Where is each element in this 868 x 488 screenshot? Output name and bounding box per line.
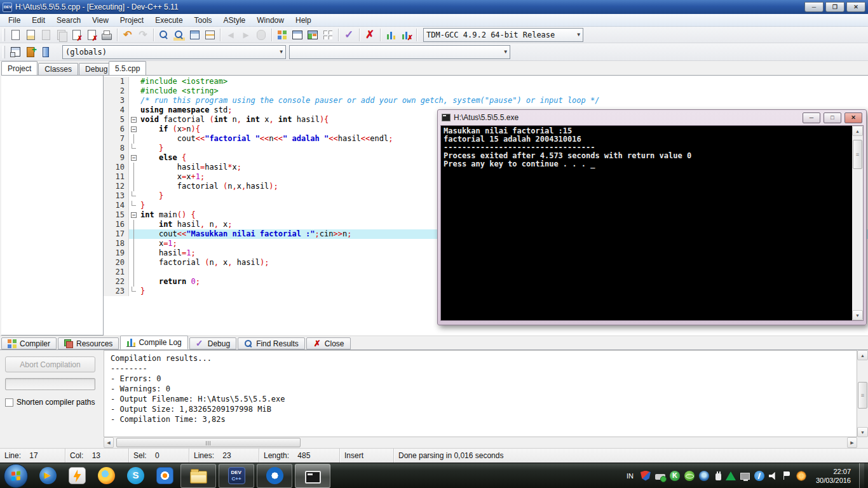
shield-icon[interactable]	[641, 471, 651, 481]
scroll-right-icon[interactable]: ▶	[847, 437, 857, 448]
monitor-icon[interactable]	[740, 473, 750, 480]
console-minimize-button[interactable]: ─	[803, 112, 820, 123]
fold-collapse-icon[interactable]: −	[131, 212, 137, 218]
menu-execute[interactable]: Execute	[149, 15, 188, 26]
fold-collapse-icon[interactable]: −	[131, 117, 137, 123]
tab-project[interactable]: Project	[1, 61, 37, 75]
abort-button[interactable]	[362, 28, 377, 42]
tab-find-results[interactable]: Find Results	[238, 337, 305, 349]
tab-compiler[interactable]: Compiler	[1, 337, 57, 349]
rebuild-button[interactable]	[320, 28, 336, 42]
show-desktop-button[interactable]	[859, 463, 864, 488]
idm-icon[interactable]	[684, 471, 695, 481]
save-button[interactable]	[38, 28, 53, 42]
close-file-button[interactable]	[69, 28, 84, 42]
shorten-paths-checkbox[interactable]	[5, 398, 13, 407]
add-file-button[interactable]	[23, 45, 38, 59]
smadav-icon[interactable]	[726, 471, 736, 480]
project-tree-panel[interactable]	[1, 75, 104, 336]
goto-line-button[interactable]	[202, 28, 217, 42]
save-all-button[interactable]	[53, 28, 69, 42]
undo-button[interactable]	[120, 28, 135, 42]
taskbar-clock[interactable]: 22:07 30/03/2016	[816, 467, 851, 485]
restore-button[interactable]: ❐	[825, 2, 844, 12]
code-line[interactable]: 3/* run this program using the console p…	[104, 96, 868, 105]
abort-compilation-button[interactable]: Abort Compilation	[5, 356, 95, 372]
tab-compile-log[interactable]: Compile Log	[120, 336, 187, 349]
syntax-check-button[interactable]	[341, 28, 356, 42]
start-button[interactable]	[4, 464, 28, 488]
toolbar-grip[interactable]	[3, 46, 5, 58]
tab-5-5-cpp[interactable]: 5.5.cpp	[109, 61, 146, 75]
menu-tools[interactable]: Tools	[189, 15, 218, 26]
compile-button[interactable]	[275, 28, 290, 42]
new-unit-button[interactable]	[8, 45, 23, 59]
new-file-button[interactable]	[8, 28, 23, 42]
speaker-icon[interactable]	[769, 471, 777, 480]
replace-button[interactable]	[172, 28, 187, 42]
toolbar-grip[interactable]	[3, 29, 5, 41]
log-horizontal-scrollbar[interactable]: ◀ ▶	[104, 437, 857, 448]
print-button[interactable]	[99, 28, 114, 42]
wmp-taskbar-button[interactable]	[33, 464, 62, 488]
scrollbar-thumb[interactable]	[858, 382, 867, 409]
viewer-taskbar-button[interactable]	[257, 464, 292, 488]
console-scrollbar[interactable]: ▲ ▼	[852, 126, 863, 320]
usb-icon[interactable]	[655, 474, 665, 480]
flag-icon[interactable]	[782, 471, 792, 481]
code-line[interactable]: 2#include <string>	[104, 86, 868, 96]
profile-button[interactable]	[383, 28, 398, 42]
compile-log-output[interactable]: Compilation results...--------- Errors: …	[104, 350, 857, 437]
menu-window[interactable]: Window	[251, 15, 290, 26]
globals-select[interactable]: (globals) ▼	[62, 45, 286, 59]
scroll-up-icon[interactable]: ▲	[857, 350, 868, 360]
scroll-left-icon[interactable]: ◀	[104, 437, 114, 448]
back-button[interactable]	[223, 28, 238, 42]
menu-project[interactable]: Project	[114, 15, 149, 26]
goto-function-button[interactable]	[187, 28, 202, 42]
language-indicator[interactable]: IN	[627, 472, 634, 480]
find-button[interactable]	[156, 28, 172, 42]
scroll-down-icon[interactable]: ▼	[852, 310, 863, 320]
tab-close[interactable]: Close	[306, 337, 351, 349]
plug-icon[interactable]	[715, 473, 721, 480]
scroll-up-icon[interactable]: ▲	[852, 126, 863, 136]
console-taskbar-button[interactable]	[295, 464, 330, 488]
console-title-bar[interactable]: H:\Atus\5.5\5.5.exe ─ □ ✕	[440, 110, 864, 125]
code-line[interactable]: 1#include <iostream>	[104, 77, 868, 86]
console-maximize-button[interactable]: □	[824, 112, 841, 123]
run-button[interactable]	[290, 28, 305, 42]
scrollbar-thumb[interactable]	[116, 438, 301, 447]
menu-astyle[interactable]: AStyle	[218, 15, 252, 26]
compiler-select[interactable]: TDM-GCC 4.9.2 64-bit Release ▼	[423, 28, 583, 42]
firefox-taskbar-button[interactable]	[92, 464, 121, 488]
compile-run-button[interactable]	[305, 28, 320, 42]
blue-icon[interactable]	[699, 471, 709, 481]
menu-file[interactable]: File	[3, 15, 26, 26]
remove-file-button[interactable]	[38, 45, 53, 59]
menu-edit[interactable]: Edit	[26, 15, 51, 26]
kmp-icon[interactable]	[670, 471, 680, 481]
close-all-button[interactable]	[84, 28, 99, 42]
breakpoint-button[interactable]	[254, 28, 269, 42]
bolt-icon[interactable]	[754, 471, 764, 481]
devcpp-taskbar-button[interactable]	[219, 464, 254, 488]
menu-help[interactable]: Help	[290, 15, 317, 26]
log-vertical-scrollbar[interactable]: ▲ ▼	[857, 350, 868, 437]
console-close-button[interactable]: ✕	[844, 112, 862, 123]
tab-classes[interactable]: Classes	[38, 63, 78, 75]
fold-collapse-icon[interactable]: −	[131, 155, 137, 161]
close-button[interactable]: ✕	[846, 2, 865, 12]
spark-icon[interactable]	[796, 471, 806, 481]
forward-button[interactable]	[238, 28, 254, 42]
tab-debug[interactable]: Debug	[189, 337, 236, 349]
picpick-taskbar-button[interactable]	[150, 464, 179, 488]
members-select[interactable]: ▼	[289, 45, 510, 59]
minimize-button[interactable]: ─	[804, 2, 824, 12]
redo-button[interactable]	[135, 28, 151, 42]
open-file-button[interactable]	[23, 28, 38, 42]
skype-taskbar-button[interactable]	[121, 464, 150, 488]
console-window[interactable]: H:\Atus\5.5\5.5.exe ─ □ ✕ Masukkan nilai…	[437, 109, 867, 325]
menu-search[interactable]: Search	[51, 15, 86, 26]
delete-profile-button[interactable]	[398, 28, 414, 42]
